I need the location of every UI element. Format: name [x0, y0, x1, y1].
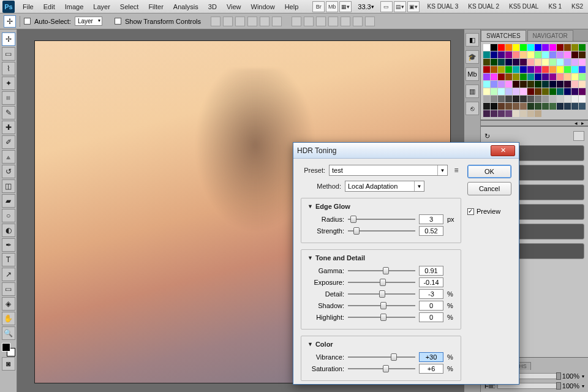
radius-input[interactable]: 3	[419, 214, 443, 224]
align-right-icon[interactable]	[272, 17, 282, 26]
swatch[interactable]	[535, 74, 541, 80]
swatch[interactable]	[513, 59, 519, 66]
refresh-icon[interactable]: ↻	[484, 132, 490, 140]
dist-4-icon[interactable]	[328, 17, 338, 26]
zoom-value[interactable]: 33.3	[358, 3, 371, 10]
crop-tool[interactable]: ⌗	[2, 91, 15, 105]
dist-2-icon[interactable]	[304, 17, 314, 26]
cancel-button[interactable]: Cancel	[467, 182, 511, 195]
hand-icon[interactable]: ▭	[380, 1, 393, 12]
swatch[interactable]	[571, 81, 578, 88]
swatch[interactable]	[513, 103, 519, 110]
swatch[interactable]	[513, 110, 519, 117]
swatch[interactable]	[491, 59, 497, 66]
swatch[interactable]	[505, 74, 512, 80]
swatch[interactable]	[505, 44, 512, 51]
gamma-input[interactable]: 0.91	[419, 266, 443, 276]
swatch[interactable]	[542, 103, 549, 110]
auto-select-checkbox[interactable]	[24, 18, 31, 24]
zoom-tool[interactable]: 🔍	[2, 326, 15, 340]
menu-view[interactable]: View	[222, 1, 246, 12]
swatch[interactable]	[535, 88, 541, 95]
swatch[interactable]	[527, 81, 534, 88]
scroll-left-icon[interactable]: ◂	[575, 120, 578, 126]
strength-input[interactable]: 0.52	[419, 226, 443, 236]
swatch[interactable]	[498, 44, 505, 51]
swatch[interactable]	[557, 103, 564, 110]
quickmask-tool[interactable]: ◙	[2, 357, 15, 371]
swatch[interactable]	[483, 81, 490, 88]
swatch[interactable]	[483, 66, 490, 73]
hand-tool[interactable]: ✋	[2, 312, 15, 325]
swatch[interactable]	[542, 44, 549, 51]
swatch[interactable]	[505, 51, 512, 58]
swatch[interactable]	[564, 96, 571, 102]
lasso-tool[interactable]: ⌇	[2, 62, 15, 75]
swatch[interactable]	[535, 51, 541, 58]
swatch[interactable]	[527, 59, 534, 66]
swatch[interactable]	[542, 74, 549, 80]
swatch[interactable]	[571, 74, 578, 80]
swatch[interactable]	[520, 96, 527, 102]
arrange-icon[interactable]: ▤▾	[394, 1, 406, 12]
swatch[interactable]	[579, 59, 586, 66]
dist-6-icon[interactable]	[353, 17, 363, 26]
swatch[interactable]	[527, 88, 534, 95]
swatch[interactable]	[527, 110, 534, 117]
swatch[interactable]	[564, 44, 571, 51]
menu-help[interactable]: Help	[281, 1, 303, 12]
auto-align-icon[interactable]	[365, 17, 375, 26]
ws-2[interactable]: KS DUAL 2	[466, 2, 502, 11]
swatch[interactable]	[549, 51, 556, 58]
swatch[interactable]	[520, 74, 527, 80]
bridge-icon[interactable]: Br	[312, 1, 325, 12]
swatch[interactable]	[549, 59, 556, 66]
exposure-input[interactable]: -0.14	[419, 277, 443, 287]
eraser-tool[interactable]: ◫	[2, 179, 15, 193]
swatch[interactable]	[527, 66, 534, 73]
marquee-tool[interactable]: ▭	[2, 47, 15, 61]
swatch[interactable]	[579, 44, 586, 51]
swatch[interactable]	[498, 96, 505, 102]
swatch[interactable]	[535, 44, 541, 51]
swatch[interactable]	[579, 66, 586, 73]
swatch[interactable]	[505, 66, 512, 73]
dialog-titlebar[interactable]: HDR Toning ✕	[293, 143, 519, 159]
swatch[interactable]	[498, 88, 505, 95]
swatch[interactable]	[491, 51, 497, 58]
swatch[interactable]	[498, 81, 505, 88]
swatch[interactable]	[527, 96, 534, 102]
saturation-slider[interactable]	[348, 364, 415, 373]
swatch[interactable]	[542, 51, 549, 58]
ws-1[interactable]: KS DUAL 3	[425, 2, 461, 11]
swatch[interactable]	[579, 81, 586, 88]
swatch[interactable]	[498, 59, 505, 66]
swatch[interactable]	[564, 59, 571, 66]
3d-tool[interactable]: ◈	[2, 297, 15, 311]
swatch[interactable]	[520, 110, 527, 117]
swatch[interactable]	[520, 103, 527, 110]
swatch[interactable]	[549, 81, 556, 88]
swatch[interactable]	[483, 51, 490, 58]
menu-image[interactable]: Image	[61, 1, 88, 12]
swatch[interactable]	[564, 66, 571, 73]
scroll-right-icon[interactable]: ▸	[581, 120, 584, 126]
swatch[interactable]	[542, 66, 549, 73]
swatch[interactable]	[579, 74, 586, 80]
dock-icon-1[interactable]: ◧	[466, 33, 479, 47]
swatch[interactable]	[571, 44, 578, 51]
strength-slider[interactable]	[348, 227, 415, 235]
menu-analysis[interactable]: Analysis	[169, 1, 203, 12]
swatch[interactable]	[513, 74, 519, 80]
swatch[interactable]	[491, 103, 497, 110]
swatch[interactable]	[579, 96, 586, 102]
swatch[interactable]	[513, 66, 519, 73]
edge-glow-header[interactable]: ▼Edge Glow	[305, 203, 353, 210]
swatch[interactable]	[505, 103, 512, 110]
swatch[interactable]	[520, 81, 527, 88]
shadow-input[interactable]: 0	[419, 301, 443, 311]
screen-mode-icon[interactable]: ▦▾	[339, 1, 352, 12]
dock-icon-4[interactable]: ▥	[466, 85, 479, 98]
preset-menu-icon[interactable]: ≡	[451, 165, 461, 175]
swatch[interactable]	[483, 44, 490, 51]
